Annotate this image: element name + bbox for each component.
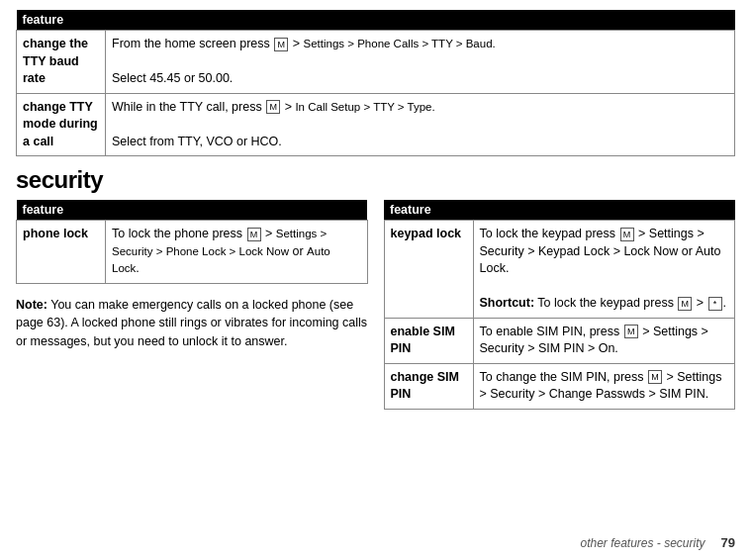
bottom-left-table: feature phone lock To lock the phone pre…	[16, 200, 368, 284]
two-col-layout: feature phone lock To lock the phone pre…	[16, 200, 735, 410]
row1-label: change the TTY baud rate	[17, 31, 106, 94]
table-row: phone lock To lock the phone press M > S…	[17, 221, 368, 284]
menu-icon-5: M	[678, 297, 692, 311]
keypad-lock-desc: To lock the keypad press M > Settings > …	[473, 221, 735, 319]
menu-icon-7: M	[648, 370, 662, 384]
enable-sim-desc: To enable SIM PIN, press M > Settings > …	[473, 318, 735, 363]
keypad-lock-label: keypad lock	[384, 221, 473, 319]
table-row: change the TTY baud rate From the home s…	[17, 31, 735, 94]
right-table: feature keypad lock To lock the keypad p…	[384, 200, 736, 410]
left-column: feature phone lock To lock the phone pre…	[16, 200, 368, 410]
enable-sim-label: enable SIM PIN	[384, 318, 473, 363]
note-bold: Note:	[16, 298, 47, 312]
top-feature-table: feature change the TTY baud rate From th…	[16, 10, 735, 156]
footer-label: other features - security	[580, 536, 704, 550]
phone-lock-desc: To lock the phone press M > Settings > S…	[106, 221, 368, 284]
top-table-container: feature change the TTY baud rate From th…	[16, 10, 735, 156]
top-table-header: feature	[17, 10, 735, 31]
menu-icon-6: M	[624, 325, 638, 338]
security-title: security	[16, 166, 735, 194]
menu-icon-2: M	[266, 100, 280, 114]
shortcut-label: Shortcut:	[480, 296, 535, 310]
row2-desc: While in the TTY call, press M > In Call…	[106, 93, 735, 156]
note-section: Note: You can make emergency calls on a …	[16, 296, 368, 351]
right-column: feature keypad lock To lock the keypad p…	[384, 200, 736, 410]
row1-desc: From the home screen press M > Settings …	[106, 31, 735, 94]
row2-label: change TTY mode during a call	[17, 93, 106, 156]
table-row: change TTY mode during a call While in t…	[17, 93, 735, 156]
menu-icon-3: M	[247, 228, 261, 241]
table-row: change SIM PIN To change the SIM PIN, pr…	[384, 363, 735, 409]
menu-icon-4: M	[620, 228, 634, 241]
note-text: You can make emergency calls on a locked…	[16, 298, 367, 349]
footer-page: 79	[721, 535, 735, 550]
change-sim-desc: To change the SIM PIN, press M > Setting…	[473, 363, 735, 409]
phone-lock-label: phone lock	[17, 221, 106, 284]
table-row: keypad lock To lock the keypad press M >…	[384, 221, 735, 319]
right-table-header: feature	[384, 200, 735, 221]
bottom-left-header: feature	[17, 200, 368, 221]
menu-icon: M	[274, 38, 288, 51]
footer: other features - security 79	[580, 535, 735, 550]
change-sim-label: change SIM PIN	[384, 363, 473, 409]
table-row: enable SIM PIN To enable SIM PIN, press …	[384, 318, 735, 363]
star-icon: *	[708, 297, 722, 311]
